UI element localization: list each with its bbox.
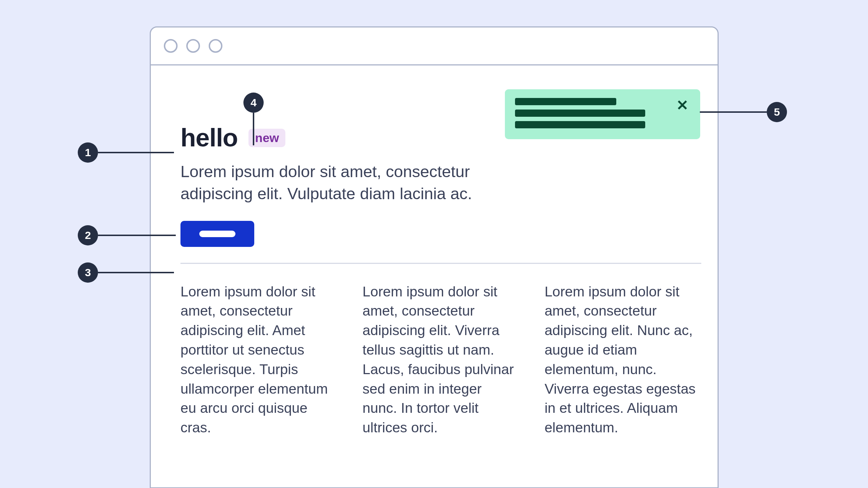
traffic-light-close-icon[interactable] [164, 39, 178, 53]
browser-chrome [151, 27, 718, 65]
intro-paragraph: Lorem ipsum dolor sit amet, consectetur … [180, 161, 513, 205]
button-label-placeholder [199, 231, 235, 237]
annotation-number: 5 [774, 106, 780, 118]
toast-line [515, 98, 616, 105]
annotation-callout-4: 4 [243, 93, 264, 113]
close-icon[interactable]: ✕ [675, 98, 690, 112]
annotation-callout-3: 3 [78, 262, 98, 283]
column-text: Lorem ipsum dolor sit amet, consectetur … [545, 282, 701, 438]
annotation-callout-5: 5 [767, 102, 787, 122]
annotation-number: 1 [85, 146, 91, 159]
toast-notification: ✕ [505, 89, 700, 139]
columns: Lorem ipsum dolor sit amet, consectetur … [180, 282, 701, 438]
annotation-number: 2 [85, 229, 91, 241]
toast-line [515, 121, 645, 128]
toast-message-placeholder [515, 98, 675, 128]
toast-line [515, 110, 645, 117]
annotation-connector-3 [98, 272, 174, 273]
annotation-connector-1 [98, 152, 174, 153]
primary-button[interactable] [180, 221, 254, 247]
horizontal-separator [180, 263, 701, 264]
traffic-light-minimize-icon[interactable] [186, 39, 200, 53]
annotation-callout-1: 1 [78, 142, 98, 163]
column-text: Lorem ipsum dolor sit amet, consectetur … [362, 282, 519, 438]
traffic-light-zoom-icon[interactable] [209, 39, 222, 53]
annotation-number: 4 [251, 97, 257, 109]
annotation-connector-5 [700, 111, 767, 113]
column-text: Lorem ipsum dolor sit amet, consectetur … [180, 282, 337, 438]
annotation-callout-2: 2 [78, 225, 98, 245]
annotation-connector-2 [98, 235, 176, 236]
page-title: hello [180, 123, 238, 152]
page-content: ✕ hello new Lorem ipsum dolor sit amet, … [151, 65, 718, 437]
annotation-number: 3 [85, 266, 91, 279]
annotation-connector-4 [253, 113, 254, 145]
browser-window: ✕ hello new Lorem ipsum dolor sit amet, … [150, 26, 719, 488]
